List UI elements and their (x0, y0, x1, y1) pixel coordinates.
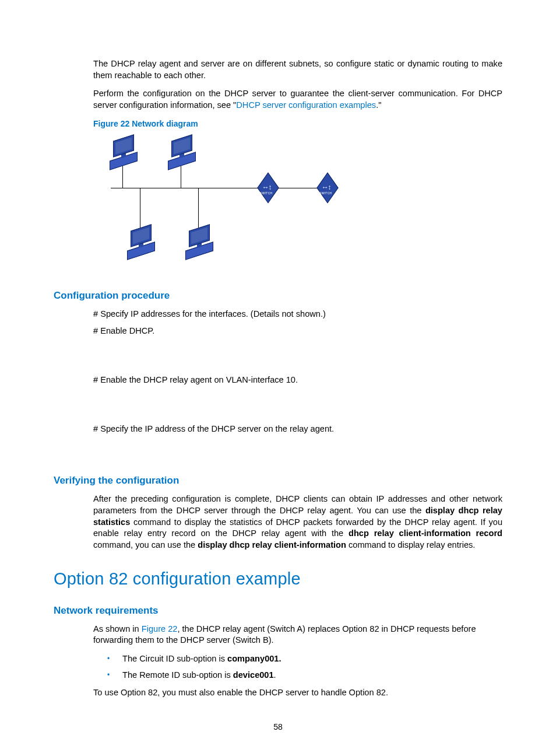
intro-p2-text-b: ." (376, 100, 381, 110)
bullet-text: . (274, 670, 276, 680)
switch-b-icon: ↔↕SWITCH (316, 175, 342, 201)
heading-option-82-example: Option 82 configuration example (54, 568, 502, 590)
intro-paragraph-1: The DHCP relay agent and server are on d… (93, 58, 502, 81)
netreq-text: As shown in (93, 624, 142, 634)
diagram-line (140, 188, 140, 229)
verify-paragraph: After the preceding configuration is com… (93, 494, 502, 551)
client-pc-icon (184, 228, 214, 256)
value-device001: device001 (233, 670, 274, 680)
heading-configuration-procedure: Configuration procedure (54, 289, 502, 303)
figure-22-diagram: ↔↕SWITCH ↔↕SWITCH (93, 135, 338, 275)
intro-paragraph-2: Perform the configuration on the DHCP se… (93, 88, 502, 111)
diagram-line (181, 164, 181, 188)
bullet-text: The Remote ID sub-option is (122, 670, 233, 680)
page-number: 58 (0, 722, 556, 733)
figure-22-caption: Figure 22 Network diagram (93, 118, 502, 130)
verify-text: command to display relay entries. (346, 540, 475, 550)
cmd-dhcp-relay-client-info-record: dhcp relay client-information record (349, 528, 502, 538)
client-pc-icon (167, 138, 197, 166)
step-text: # Enable the DHCP relay agent on VLAN-in… (93, 374, 502, 386)
netreq-paragraph-2: To use Option 82, you must also enable t… (93, 687, 502, 699)
client-pc-icon (108, 138, 139, 166)
verify-text: command, you can use the (93, 540, 198, 550)
heading-verifying-configuration: Verifying the configuration (54, 474, 502, 488)
step-text: # Specify IP addresses for the interface… (93, 309, 502, 320)
netreq-paragraph-1: As shown in Figure 22, the DHCP relay ag… (93, 624, 502, 646)
page-container: The DHCP relay agent and server are on d… (0, 0, 556, 756)
list-item: The Circuit ID sub-option is company001. (107, 653, 502, 665)
step-text: # Enable DHCP. (93, 326, 502, 337)
value-company001: company001. (227, 654, 281, 663)
list-item: The Remote ID sub-option is device001. (107, 670, 502, 681)
bullet-text: The Circuit ID sub-option is (122, 654, 227, 663)
netreq-bullet-list: The Circuit ID sub-option is company001.… (107, 653, 502, 681)
client-pc-icon (126, 228, 156, 256)
dhcp-server-config-link[interactable]: DHCP server configuration examples (236, 100, 376, 110)
switch-a-icon: ↔↕SWITCH (256, 175, 282, 201)
cmd-display-dhcp-relay-client-info: display dhcp relay client-information (198, 540, 346, 550)
heading-network-requirements: Network requirements (54, 604, 502, 618)
configuration-steps: # Specify IP addresses for the interface… (93, 309, 502, 461)
diagram-line (198, 188, 199, 229)
step-text: # Specify the IP address of the DHCP ser… (93, 424, 502, 435)
diagram-line (122, 164, 123, 188)
figure-22-link[interactable]: Figure 22 (142, 624, 178, 634)
diagram-line (111, 188, 210, 188)
